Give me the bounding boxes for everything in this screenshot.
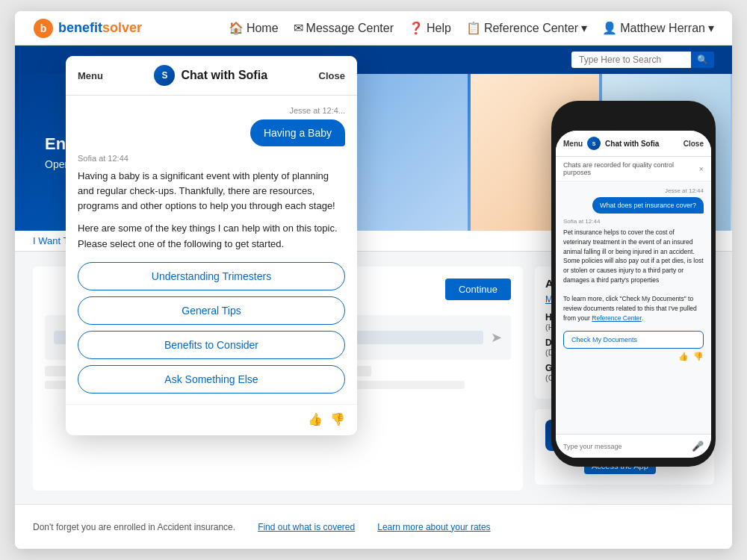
chat-title: Chat with Sofia <box>181 69 267 82</box>
search-input[interactable] <box>571 52 691 68</box>
phone-mockup: Menu S Chat with Sofia Close Chats are r… <box>551 101 716 467</box>
user-bubble: Having a Baby <box>250 119 345 146</box>
nav-message-center[interactable]: ✉ Message Center <box>294 21 394 35</box>
send-icon[interactable]: ➤ <box>491 329 502 346</box>
option-understanding-trimesters[interactable]: Understanding Trimesters <box>78 262 345 290</box>
envelope-icon: ✉ <box>294 21 303 35</box>
continue-button[interactable]: Continue <box>445 279 511 300</box>
learn-rates-link[interactable]: Learn more about your rates <box>377 522 490 532</box>
book-icon: 📋 <box>466 21 481 35</box>
phone-close-button[interactable]: Close <box>684 140 704 148</box>
phone-input-row: 🎤 <box>556 434 711 458</box>
home-icon: 🏠 <box>229 21 244 35</box>
phone-chat-title: Chat with Sofia <box>605 140 679 148</box>
phone-thumbs-down-button[interactable]: 👎 <box>693 352 704 361</box>
nav-home[interactable]: 🏠 Home <box>229 21 279 35</box>
option-general-tips[interactable]: General Tips <box>78 296 345 325</box>
nav-help[interactable]: ❓ Help <box>409 21 451 35</box>
sofia-avatar: S <box>154 65 175 86</box>
phone-notice-text: Chats are recorded for quality control p… <box>563 161 699 176</box>
phone-notch <box>604 110 663 126</box>
thumbs-up-button[interactable]: 👍 <box>308 412 323 426</box>
search-box: 🔍 <box>571 52 714 68</box>
user-bubble-row: Having a Baby <box>78 119 345 146</box>
phone-chat-body: Jesse at 12:44 What does pet insurance c… <box>556 181 711 434</box>
phone-user-bubble-row: What does pet insurance cover? <box>563 197 704 214</box>
phone-microphone-icon[interactable]: 🎤 <box>692 441 704 452</box>
logo: b benefitsolver <box>33 18 142 39</box>
user-timestamp: Jesse at 12:4... <box>78 106 345 115</box>
bottom-strip: Don't forget you are enrolled in Acciden… <box>15 504 732 549</box>
search-button[interactable]: 🔍 <box>691 52 714 68</box>
nav-reference-center[interactable]: 📋 Reference Center ▾ <box>466 21 587 35</box>
desktop-chat-panel: Menu S Chat with Sofia Close Jesse at 12… <box>66 56 357 435</box>
help-icon: ❓ <box>409 21 424 35</box>
phone-sofia-message: Pet insurance helps to cover the cost of… <box>563 228 704 323</box>
thumbs-down-button[interactable]: 👎 <box>330 412 345 426</box>
svg-text:b: b <box>40 22 47 34</box>
top-navigation: b benefitsolver 🏠 Home ✉ Message Center … <box>15 11 732 46</box>
phone-thumbs-up-button[interactable]: 👍 <box>678 352 689 361</box>
phone-menu-button[interactable]: Menu <box>563 140 583 148</box>
nav-user[interactable]: 👤 Matthew Herran ▾ <box>602 21 714 35</box>
phone-notice-bar: Chats are recorded for quality control p… <box>556 157 711 181</box>
chat-options: Understanding Trimesters General Tips Be… <box>78 262 345 393</box>
phone-user-bubble: What does pet insurance cover? <box>592 197 704 214</box>
phone-sofia-timestamp: Sofia at 12:44 <box>563 218 704 225</box>
chat-body: Jesse at 12:4... Having a Baby Sofia at … <box>66 96 357 404</box>
chat-header: Menu S Chat with Sofia Close <box>66 56 357 96</box>
find-covered-link[interactable]: Find out what is covered <box>258 522 355 532</box>
option-benefits-to-consider[interactable]: Benefits to Consider <box>78 331 345 359</box>
reference-center-link[interactable]: Reference Center <box>592 314 642 322</box>
accident-notice: Don't forget you are enrolled in Acciden… <box>33 522 235 532</box>
user-icon: 👤 <box>602 21 617 35</box>
chat-close-button[interactable]: Close <box>319 70 345 81</box>
chat-title-area: S Chat with Sofia <box>111 65 311 86</box>
phone-screen: Menu S Chat with Sofia Close Chats are r… <box>556 131 711 458</box>
chat-menu-button[interactable]: Menu <box>78 70 103 81</box>
phone-message-input[interactable] <box>563 443 687 450</box>
phone-notice-close-button[interactable]: × <box>699 164 704 173</box>
phone-user-timestamp: Jesse at 12:44 <box>563 187 704 194</box>
sofia-timestamp: Sofia at 12:44 <box>78 154 345 163</box>
sofia-message-1: Having a baby is a significant event wit… <box>78 169 345 214</box>
phone-sofia-avatar: S <box>587 137 601 150</box>
logo-text: benefitsolver <box>58 20 142 36</box>
sofia-message-2: Here are some of the key things I can he… <box>78 221 345 251</box>
option-ask-something-else[interactable]: Ask Something Else <box>78 365 345 393</box>
feedback-row: 👍 👎 <box>66 404 357 435</box>
check-my-documents-button[interactable]: Check My Documents <box>563 331 704 349</box>
phone-feedback-row: 👍 👎 <box>563 349 704 364</box>
phone-chat-header: Menu S Chat with Sofia Close <box>556 131 711 157</box>
